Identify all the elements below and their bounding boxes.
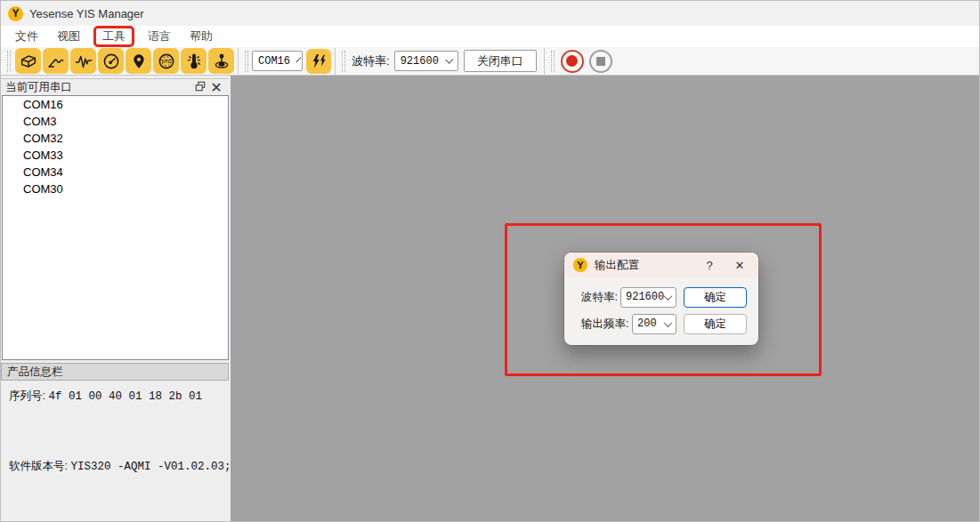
window-title: Yesense YIS Manager xyxy=(29,7,144,20)
chevron-down-icon xyxy=(296,57,302,62)
toolbar-grip[interactable] xyxy=(342,51,345,72)
app-logo-icon: Y xyxy=(8,6,23,21)
port-list-item[interactable]: COM30 xyxy=(3,181,228,197)
close-panel-button[interactable]: ✕ xyxy=(208,80,224,94)
tool-3d-view-button[interactable] xyxy=(15,48,41,74)
tool-pressure-button[interactable] xyxy=(208,48,234,74)
dialog-logo-icon: Y xyxy=(573,258,587,272)
float-panel-button[interactable] xyxy=(192,80,208,94)
toolbar-grip[interactable] xyxy=(7,51,11,72)
toolbar-separator xyxy=(544,48,545,75)
refresh-ports-button[interactable] xyxy=(306,49,331,74)
tool-location-button[interactable] xyxy=(126,48,151,74)
stop-icon xyxy=(596,57,605,66)
serial-number-row: 序列号: 4f 01 00 40 01 18 2b 01 xyxy=(9,389,202,404)
port-list-item[interactable]: COM33 xyxy=(3,147,228,164)
dialog-frequency-label: 输出频率: xyxy=(581,317,628,332)
dialog-baud-ok-button[interactable]: 确定 xyxy=(684,287,747,308)
port-list-item[interactable]: COM32 xyxy=(3,130,228,147)
temperature-icon xyxy=(184,52,204,71)
menu-language[interactable]: 语言 xyxy=(142,27,176,46)
com-port-select[interactable]: COM16 xyxy=(252,51,303,71)
menu-help[interactable]: 帮助 xyxy=(184,27,218,46)
location-pin-icon xyxy=(129,52,149,71)
record-button[interactable] xyxy=(561,50,584,73)
gauge-icon xyxy=(101,52,121,71)
dialog-title: 输出配置 xyxy=(595,258,700,273)
dialog-help-button[interactable]: ? xyxy=(700,259,719,272)
chevron-down-icon xyxy=(664,318,673,327)
toolbar-grip[interactable] xyxy=(245,51,248,72)
pressure-icon xyxy=(212,52,231,71)
title-bar: Y Yesense YIS Manager xyxy=(1,1,979,26)
output-config-dialog: Y 输出配置 ? ✕ 波特率: 921600 确定 输出频率: 200 确定 xyxy=(564,253,758,345)
menu-bar: 文件 视图 工具 语言 帮助 xyxy=(1,26,979,47)
baud-rate-label: 波特率: xyxy=(352,53,390,69)
restore-window-icon xyxy=(195,79,206,95)
dialog-frequency-value: 200 xyxy=(637,317,657,330)
toolbar-grip[interactable] xyxy=(551,51,555,72)
dialog-frequency-row: 输出频率: 200 确定 xyxy=(564,313,758,334)
dialog-baud-label: 波特率: xyxy=(581,290,618,305)
left-dock-panel: 当前可用串口 ✕ COM16 COM3 COM32 COM33 COM34 CO… xyxy=(1,76,231,521)
svg-text:UTC: UTC xyxy=(162,59,171,63)
baud-rate-select[interactable]: 921600 xyxy=(394,51,458,71)
record-icon xyxy=(566,55,578,67)
dialog-frequency-ok-button[interactable]: 确定 xyxy=(684,314,747,334)
software-version-row: 软件版本号: YIS320 -AQMI -V01.02.03; xyxy=(9,459,231,474)
dialog-baud-value: 921600 xyxy=(626,291,664,303)
utc-clock-icon: UTC xyxy=(157,52,176,71)
tool-gauge-button[interactable] xyxy=(98,48,124,74)
tool-utc-time-button[interactable]: UTC xyxy=(153,48,179,74)
serial-number-label: 序列号: xyxy=(9,389,45,402)
menu-file[interactable]: 文件 xyxy=(10,27,44,46)
menu-view[interactable]: 视图 xyxy=(52,27,85,46)
port-list-item[interactable]: COM3 xyxy=(3,113,228,130)
toolbar: UTC COM16 波特率: 921600 关闭串口 xyxy=(1,47,979,76)
product-info-header: 产品信息栏 xyxy=(1,363,229,381)
attitude-wave-icon xyxy=(46,52,66,71)
chevron-down-icon xyxy=(445,56,453,64)
serial-port-list: COM16 COM3 COM32 COM33 COM34 COM30 xyxy=(2,95,229,360)
ports-panel-header: 当前可用串口 ✕ xyxy=(1,78,229,95)
dialog-baud-select[interactable]: 921600 xyxy=(620,287,676,308)
product-info-title: 产品信息栏 xyxy=(7,365,63,380)
chevron-down-icon xyxy=(664,292,673,301)
stop-button[interactable] xyxy=(589,50,612,73)
toolbar-separator xyxy=(335,48,336,75)
box-3d-icon xyxy=(19,52,38,71)
tool-attitude-button[interactable] xyxy=(43,48,69,74)
refresh-icon xyxy=(310,52,328,70)
ports-panel-title: 当前可用串口 xyxy=(5,80,192,95)
dialog-frequency-select[interactable]: 200 xyxy=(632,314,676,334)
dialog-title-bar: Y 输出配置 ? ✕ xyxy=(564,253,758,277)
tool-temperature-button[interactable] xyxy=(181,48,207,74)
port-list-item[interactable]: COM34 xyxy=(3,164,228,181)
close-serial-port-button[interactable]: 关闭串口 xyxy=(464,50,537,72)
app-window: Y Yesense YIS Manager 文件 视图 工具 语言 帮助 UTC xyxy=(0,0,980,522)
software-version-value: YIS320 -AQMI -V01.02.03; xyxy=(70,461,231,473)
baud-rate-value: 921600 xyxy=(401,55,439,68)
port-list-item[interactable]: COM16 xyxy=(3,96,228,113)
close-icon: ✕ xyxy=(210,79,222,96)
waveform-icon xyxy=(74,52,93,71)
menu-tools[interactable]: 工具 xyxy=(93,26,134,47)
dialog-close-button[interactable]: ✕ xyxy=(730,259,749,272)
dialog-baud-row: 波特率: 921600 确定 xyxy=(564,286,758,308)
com-port-value: COM16 xyxy=(258,55,290,68)
tool-waveform-button[interactable] xyxy=(70,48,96,74)
software-version-label: 软件版本号: xyxy=(9,460,68,472)
serial-number-value: 4f 01 00 40 01 18 2b 01 xyxy=(48,390,202,403)
toolbar-separator xyxy=(238,48,239,75)
